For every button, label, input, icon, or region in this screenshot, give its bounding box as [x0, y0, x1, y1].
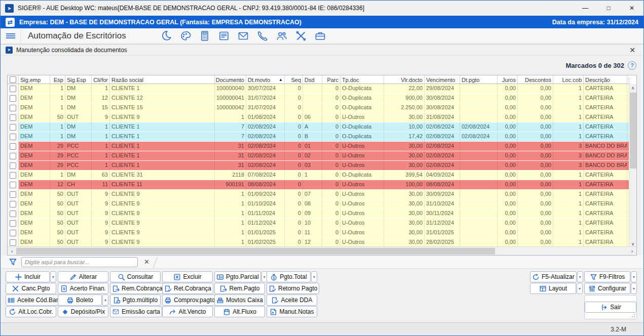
tools-icon[interactable] — [294, 29, 308, 43]
sair-button[interactable]: Sair — [585, 302, 636, 313]
column-header-dsd[interactable]: Dsd — [303, 75, 322, 83]
clear-search-icon[interactable]: ✕ — [142, 258, 151, 266]
vertical-scroll-thumb[interactable] — [630, 93, 636, 169]
moon-icon[interactable] — [160, 29, 173, 43]
row-checkbox[interactable] — [8, 228, 19, 237]
company-switch-icon[interactable]: ⇄ — [6, 18, 15, 27]
alterar-button[interactable]: Alterar — [58, 271, 108, 282]
dropdown-arrow-icon[interactable]: ▼ — [631, 283, 637, 294]
column-header-documento[interactable]: Documento — [215, 75, 246, 83]
dep-sito-pix-button[interactable]: Depósito/Pix — [58, 306, 108, 317]
table-row[interactable]: DEM1DM1CLIENTE 1702/08/20240B0O-Duplicat… — [8, 132, 630, 142]
column-header-raz-o-social[interactable]: Razão social — [110, 75, 215, 83]
column-header-dt-pgto[interactable]: Dt.pgto — [460, 75, 498, 83]
envelope-icon[interactable] — [237, 29, 250, 43]
aceite-c-d-bar-button[interactable]: Aceite Cód.Bar — [6, 295, 60, 306]
boleto-button[interactable]: Boleto — [58, 295, 102, 306]
search-input[interactable] — [21, 257, 138, 267]
f9-filtros-button[interactable]: F9-Filtros — [584, 271, 630, 282]
row-checkbox[interactable] — [8, 199, 19, 208]
table-row[interactable]: DEM1DM1CLIENTE 110000004030/07/202400O-D… — [8, 84, 630, 94]
incluir-button[interactable]: Incluir — [6, 271, 50, 282]
column-header-seq[interactable]: Seq — [285, 75, 303, 83]
vertical-scrollbar[interactable]: ∧ ∨ — [629, 84, 636, 247]
row-checkbox[interactable] — [8, 142, 19, 151]
table-row[interactable]: DEM50OUT9CLIENTE 9101/01/20250110U-Outro… — [8, 228, 630, 238]
row-checkbox[interactable] — [8, 171, 19, 180]
dropdown-arrow-icon[interactable]: ▼ — [102, 295, 108, 306]
column-header-tp-doc[interactable]: Tp.doc — [340, 75, 384, 83]
calculator-icon[interactable] — [198, 29, 211, 43]
briefcase-icon[interactable] — [314, 29, 327, 43]
comprov-pagto-button[interactable]: Comprov.pagto — [162, 295, 217, 306]
table-row[interactable]: DEM29PCC1CLIENTE 13102/08/20240030U-Outr… — [8, 161, 630, 171]
aceite-dda-button[interactable]: Aceite DDA — [267, 295, 317, 306]
row-checkbox[interactable] — [8, 94, 19, 103]
manut-notas-button[interactable]: Manut.Notas — [267, 306, 317, 317]
dropdown-arrow-icon[interactable]: ▼ — [577, 283, 583, 294]
canc-pgto-button[interactable]: Canc.Pgto — [6, 283, 56, 294]
maximize-button[interactable]: □ — [597, 1, 620, 16]
phone-icon[interactable] — [256, 29, 269, 43]
close-button[interactable]: ✕ — [620, 1, 643, 16]
column-header-vencimento[interactable]: Vencimento — [425, 75, 460, 83]
dropdown-arrow-icon[interactable]: ▼ — [631, 271, 637, 282]
table-row[interactable]: DEM1DM1CLIENTE 1702/08/20240A0O-Duplicat… — [8, 122, 630, 132]
configurar-button[interactable]: Configurar — [584, 283, 630, 294]
row-checkbox[interactable] — [8, 238, 19, 247]
emiss-o-carta-button[interactable]: Emissão carta — [110, 306, 162, 317]
rem-pagto-button[interactable]: Rem.Pagto — [214, 283, 265, 294]
scroll-left-icon[interactable]: ‹ — [8, 248, 16, 254]
users-icon[interactable] — [275, 29, 288, 43]
row-checkbox[interactable] — [8, 219, 19, 228]
movtos-caixa-button[interactable]: Movtos Caixa — [214, 295, 265, 306]
table-row[interactable]: DEM50OUT9CLIENTE 9101/10/20240080U-Outro… — [8, 199, 630, 209]
horizontal-scroll-thumb[interactable] — [16, 248, 495, 255]
row-checkbox[interactable] — [8, 122, 19, 132]
row-checkbox[interactable] — [8, 161, 19, 170]
horizontal-scrollbar[interactable]: ‹ › — [8, 246, 636, 255]
dropdown-arrow-icon[interactable]: ▼ — [50, 271, 56, 282]
retorno-pagto-button[interactable]: Retorno Pagto — [267, 283, 319, 294]
table-row[interactable]: DEM50OUT9CLIENTE 9101/12/20240100U-Outro… — [8, 219, 630, 228]
table-row[interactable]: DEM1DM12CLIENTE 1210000004131/07/202400O… — [8, 94, 630, 103]
consultar-button[interactable]: Consultar — [110, 271, 161, 282]
table-row[interactable]: DEM29PCC1CLIENTE 13102/08/20240010U-Outr… — [8, 142, 630, 151]
table-row[interactable]: DEM50OUT9CLIENTE 9101/09/20240070U-Outro… — [8, 190, 630, 199]
alt-vencto-button[interactable]: Alt.Vencto — [162, 306, 213, 317]
column-header-sig-emp[interactable]: Sig.emp — [19, 75, 50, 83]
table-row[interactable]: DEM1DM63CLIENTE 31211807/08/2024010O-Dup… — [8, 171, 630, 180]
column-header-juros[interactable]: Juros — [498, 75, 518, 83]
column-options-icon[interactable]: ⋮ — [627, 75, 630, 83]
column-header-parc[interactable]: Parc — [322, 75, 340, 83]
scroll-right-icon[interactable]: › — [628, 248, 636, 254]
column-header-descontos[interactable]: Descontos — [518, 75, 553, 83]
pgto-m-ltiplo-button[interactable]: Pgto.múltiplo — [110, 295, 161, 306]
column-header-loc-cob[interactable]: Loc.cob — [553, 75, 584, 83]
excluir-button[interactable]: Excluir — [162, 271, 213, 282]
form-icon[interactable] — [217, 29, 231, 43]
row-checkbox[interactable] — [8, 113, 19, 122]
ret-cobran-a-button[interactable]: Ret.Cobrança — [162, 283, 213, 294]
table-row[interactable]: DEM29PCC1CLIENTE 13102/08/20240020U-Outr… — [8, 151, 630, 161]
acerto-finan--button[interactable]: $Acerto Finan. — [58, 283, 108, 294]
alt-loc-cobr--button[interactable]: Alt.Loc.Cobr. — [6, 306, 56, 317]
resize-grip[interactable] — [631, 314, 635, 318]
column-header-esp[interactable]: Esp — [50, 75, 65, 83]
dropdown-arrow-icon[interactable]: ▼ — [311, 271, 317, 282]
column-header-cli-for[interactable]: Cli/for — [92, 75, 110, 83]
row-checkbox[interactable] — [8, 209, 19, 218]
select-all-checkbox[interactable] — [8, 75, 19, 83]
row-checkbox[interactable] — [8, 190, 19, 199]
table-row[interactable]: DEM1DM15CLIENTE 1510000004231/07/202400O… — [8, 103, 630, 113]
table-row[interactable]: DEM50OUT9CLIENTE 9101/11/20240090U-Outro… — [8, 209, 630, 219]
column-header-dt-movto[interactable]: Dt.movto▲ — [246, 75, 285, 83]
alt-fluxo-button[interactable]: Alt.Fluxo — [214, 306, 265, 317]
dropdown-arrow-icon[interactable]: ▼ — [577, 271, 583, 282]
layout-button[interactable]: Layout — [530, 283, 576, 294]
scroll-up-icon[interactable]: ∧ — [629, 84, 636, 92]
table-row[interactable]: DEM50OUT9CLIENTE 9101/08/20240060U-Outro… — [8, 113, 630, 122]
help-icon[interactable]: ? — [628, 61, 636, 70]
column-header-descri-o[interactable]: Descrição — [584, 75, 627, 83]
row-checkbox[interactable] — [8, 151, 19, 160]
